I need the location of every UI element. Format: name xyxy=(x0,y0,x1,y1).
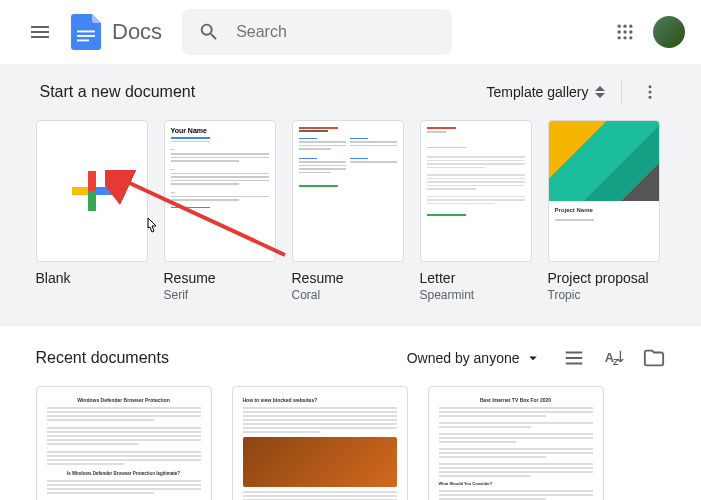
svg-rect-1 xyxy=(77,35,95,37)
owner-filter-dropdown[interactable]: Owned by anyone xyxy=(407,349,542,367)
templates-title: Start a new document xyxy=(40,83,196,101)
template-blank[interactable]: Blank xyxy=(36,120,148,302)
apps-button[interactable] xyxy=(605,12,645,52)
search-icon xyxy=(198,21,220,43)
svg-rect-2 xyxy=(77,40,89,42)
template-gallery-label: Template gallery xyxy=(487,84,589,100)
plus-multicolor-icon xyxy=(72,171,112,211)
recent-document[interactable]: How to view blocked websites? xyxy=(232,386,408,500)
more-vert-icon xyxy=(641,83,659,101)
svg-point-11 xyxy=(629,36,632,39)
search-input[interactable] xyxy=(236,23,436,41)
logo-area[interactable]: Docs xyxy=(68,14,162,50)
svg-point-14 xyxy=(648,96,651,99)
template-name: Letter xyxy=(420,270,532,286)
folder-icon xyxy=(643,347,665,369)
list-icon xyxy=(563,347,585,369)
sort-az-icon: AZ xyxy=(603,347,625,369)
main-menu-button[interactable] xyxy=(16,8,64,56)
svg-point-4 xyxy=(623,25,626,28)
template-sub: Serif xyxy=(164,288,276,302)
recent-document[interactable]: Best Internet TV Box For 2020 What Shoul… xyxy=(428,386,604,500)
template-sub: Spearmint xyxy=(420,288,532,302)
svg-point-5 xyxy=(629,25,632,28)
sort-button[interactable]: AZ xyxy=(602,346,626,370)
header: Docs xyxy=(0,0,701,64)
apps-grid-icon xyxy=(615,22,635,42)
template-letter-spearmint[interactable]: Letter Spearmint xyxy=(420,120,532,302)
folder-button[interactable] xyxy=(642,346,666,370)
docs-logo-icon xyxy=(68,14,104,50)
recent-title: Recent documents xyxy=(36,349,169,367)
template-sub: Tropic xyxy=(548,288,660,302)
template-sub: Coral xyxy=(292,288,404,302)
recent-document[interactable]: Windows Defender Browser Protection Is W… xyxy=(36,386,212,500)
template-resume-serif[interactable]: Your Name — — — Resume Serif xyxy=(164,120,276,302)
template-name: Resume xyxy=(292,270,404,286)
hamburger-icon xyxy=(28,20,52,44)
search-bar[interactable] xyxy=(182,9,452,55)
caret-down-icon xyxy=(524,349,542,367)
svg-point-3 xyxy=(618,25,621,28)
template-name: Resume xyxy=(164,270,276,286)
template-resume-coral[interactable]: Resume Coral xyxy=(292,120,404,302)
svg-point-8 xyxy=(629,30,632,33)
svg-point-7 xyxy=(623,30,626,33)
owner-filter-label: Owned by anyone xyxy=(407,350,520,366)
svg-point-10 xyxy=(623,36,626,39)
svg-point-13 xyxy=(648,91,651,94)
svg-point-6 xyxy=(618,30,621,33)
svg-point-12 xyxy=(648,85,651,88)
list-view-button[interactable] xyxy=(562,346,586,370)
template-name: Blank xyxy=(36,270,148,286)
svg-rect-0 xyxy=(77,31,95,33)
template-project-proposal[interactable]: Project Name Project proposal Tropic xyxy=(548,120,660,302)
templates-more-button[interactable] xyxy=(638,80,662,104)
template-gallery-button[interactable]: Template gallery xyxy=(487,84,605,100)
template-section: Start a new document Template gallery xyxy=(0,64,701,326)
recent-section: Recent documents Owned by anyone AZ xyxy=(0,326,701,500)
divider xyxy=(621,80,622,104)
app-name: Docs xyxy=(112,19,162,45)
template-name: Project proposal xyxy=(548,270,660,286)
unfold-icon xyxy=(595,86,605,98)
account-avatar[interactable] xyxy=(653,16,685,48)
svg-point-9 xyxy=(618,36,621,39)
